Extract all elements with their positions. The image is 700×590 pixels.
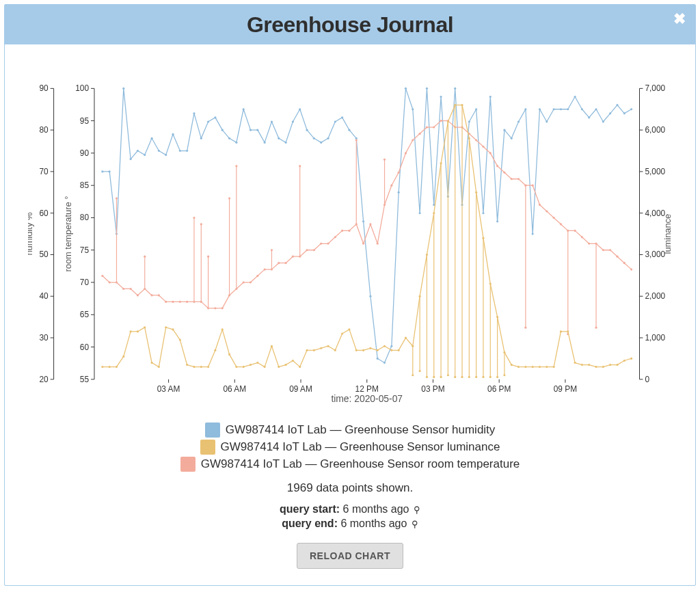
svg-point-223: [623, 262, 625, 264]
svg-point-327: [623, 360, 625, 362]
svg-point-140: [574, 96, 576, 98]
svg-text:40: 40: [39, 291, 49, 301]
svg-text:room temperature °: room temperature °: [63, 196, 73, 272]
svg-point-346: [468, 376, 470, 378]
svg-point-138: [560, 108, 562, 110]
svg-text:06 PM: 06 PM: [487, 384, 511, 394]
svg-point-230: [193, 217, 195, 219]
svg-point-91: [228, 137, 230, 139]
svg-point-135: [539, 108, 541, 110]
svg-point-294: [390, 349, 392, 351]
reload-chart-button[interactable]: RELOAD CHART: [297, 543, 403, 569]
svg-text:90: 90: [39, 83, 49, 93]
svg-point-103: [313, 137, 315, 139]
svg-point-134: [532, 233, 534, 235]
svg-point-213: [553, 217, 555, 219]
svg-point-330: [412, 374, 414, 376]
svg-point-170: [250, 281, 252, 283]
svg-point-321: [581, 364, 583, 366]
svg-point-214: [560, 223, 562, 225]
svg-text:55: 55: [80, 375, 90, 384]
query-end-value: 6 months ago: [340, 518, 407, 529]
svg-point-108: [348, 129, 350, 131]
svg-text:20: 20: [39, 375, 49, 384]
svg-point-318: [560, 330, 562, 332]
svg-text:100: 100: [75, 83, 89, 93]
svg-text:80: 80: [80, 213, 90, 222]
svg-point-268: [207, 366, 209, 368]
close-icon[interactable]: ✖: [673, 10, 686, 28]
svg-point-207: [511, 178, 513, 180]
svg-point-119: [426, 88, 428, 90]
svg-point-121: [440, 96, 442, 98]
magnifier-icon[interactable]: ⚲: [412, 519, 418, 529]
svg-point-289: [355, 349, 358, 351]
svg-point-101: [299, 108, 301, 110]
svg-point-277: [271, 345, 273, 347]
svg-point-129: [496, 220, 498, 222]
svg-point-281: [299, 366, 301, 368]
svg-point-152: [122, 288, 124, 290]
svg-point-131: [511, 137, 513, 139]
svg-point-312: [517, 366, 520, 368]
svg-point-291: [369, 347, 371, 349]
svg-point-105: [327, 137, 329, 139]
svg-point-86: [193, 112, 195, 114]
svg-point-74: [109, 170, 111, 172]
svg-point-210: [532, 185, 534, 187]
svg-point-272: [235, 366, 237, 368]
svg-point-104: [320, 142, 322, 144]
svg-point-77: [130, 158, 132, 160]
svg-point-182: [334, 236, 336, 238]
svg-point-240: [271, 249, 273, 251]
svg-text:85: 85: [80, 180, 90, 190]
svg-text:30: 30: [39, 333, 49, 343]
svg-point-338: [440, 376, 442, 378]
svg-point-186: [362, 243, 364, 245]
svg-point-157: [158, 294, 160, 296]
svg-point-123: [454, 88, 456, 90]
svg-point-147: [623, 112, 625, 114]
svg-point-322: [588, 364, 590, 366]
svg-point-236: [228, 198, 230, 200]
svg-point-183: [341, 230, 343, 232]
svg-point-340: [447, 374, 449, 376]
svg-point-221: [609, 249, 611, 251]
svg-point-257: [130, 330, 132, 332]
svg-point-136: [546, 120, 548, 122]
svg-point-220: [602, 249, 604, 251]
svg-point-290: [362, 349, 364, 351]
svg-point-354: [496, 376, 498, 378]
svg-point-139: [567, 108, 569, 110]
svg-point-142: [588, 116, 590, 118]
svg-point-192: [405, 152, 407, 154]
svg-point-342: [454, 376, 456, 378]
svg-point-194: [419, 133, 421, 135]
svg-point-112: [377, 358, 379, 360]
svg-point-264: [179, 339, 181, 341]
magnifier-icon[interactable]: ⚲: [414, 505, 420, 515]
svg-point-325: [609, 364, 611, 366]
svg-point-172: [264, 269, 266, 271]
legend-item: GW987414 IoT Lab — Greenhouse Sensor roo…: [5, 457, 695, 472]
svg-point-85: [186, 150, 188, 152]
svg-point-334: [426, 376, 428, 378]
chart[interactable]: 203040506070809055606570758085909510001,…: [28, 73, 672, 408]
svg-point-278: [278, 366, 280, 368]
svg-point-88: [207, 120, 209, 122]
svg-point-282: [306, 349, 308, 351]
svg-text:80: 80: [39, 125, 49, 135]
svg-point-127: [482, 212, 484, 214]
svg-point-328: [630, 358, 632, 360]
svg-point-212: [546, 210, 548, 212]
svg-point-273: [243, 366, 245, 368]
svg-point-116: [405, 88, 407, 90]
svg-point-190: [390, 185, 392, 187]
svg-point-352: [489, 376, 492, 378]
svg-point-275: [256, 362, 258, 364]
chart-svg: 203040506070809055606570758085909510001,…: [28, 73, 672, 408]
svg-point-166: [221, 307, 224, 309]
svg-point-110: [362, 220, 364, 222]
svg-point-191: [398, 172, 400, 174]
svg-point-113: [383, 362, 386, 364]
